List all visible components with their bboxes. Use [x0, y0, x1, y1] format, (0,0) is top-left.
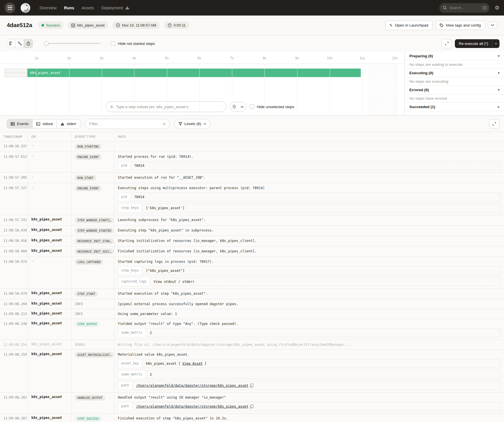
op-cell: -	[28, 173, 71, 183]
gantt-section: k8s_pipes_asset ✳ Hide unselected steps …	[0, 52, 504, 116]
hamburger-menu-button[interactable]	[5, 3, 15, 13]
timestamp-cell: 11:08:57.327	[0, 183, 28, 215]
axis-tick-label: 12s	[392, 56, 397, 60]
nav-item-overview[interactable]: Overview	[40, 6, 57, 10]
run-actions-dropdown-button[interactable]	[488, 22, 497, 29]
log-row[interactable]: 11:09:08.248k8s_pipes_assetSTEP_OUTPUTYi…	[0, 319, 504, 340]
event-type-cell: STEP_SUCCESS	[71, 414, 114, 422]
log-filter-input[interactable]	[89, 122, 162, 126]
levels-dropdown[interactable]: Levels (6)	[174, 119, 210, 129]
gantt-step-bar[interactable]: k8s_pipes_asset	[27, 69, 361, 77]
view-tags-config-button[interactable]: View tags and config	[435, 21, 485, 30]
log-row[interactable]: 11:08:57.327-ENGINE_EVENTExecuting steps…	[0, 183, 504, 215]
log-row[interactable]: 11:09:08.282k8s_pipes_assetHANDLED_OUTPU…	[0, 392, 504, 413]
log-fullscreen-button[interactable]	[489, 119, 499, 128]
metadata-value: View stdout / stderr	[150, 277, 500, 286]
status-section-succeeded[interactable]: Succeeded (1)▸	[405, 102, 504, 111]
log-row[interactable]: 11:08:57.331k8s_pipes_assetSTEP_WORKER_S…	[0, 215, 504, 225]
metadata-key: pid	[118, 161, 131, 170]
clear-filter-icon[interactable]: ⊗	[162, 121, 166, 126]
metadata-text: ]	[204, 361, 206, 366]
info-text: Yielded output "result" of type "Any". (…	[118, 321, 501, 326]
log-row[interactable]: 11:08:57.012-ENGINE_EVENTStarted process…	[0, 152, 504, 172]
log-row[interactable]: 11:08:58.056k8s_pipes_assetRESOURCE_INIT…	[0, 236, 504, 246]
info-cell: Materialized value k8s_pipes_asset.asset…	[114, 350, 504, 392]
search-input[interactable]: Search... /	[439, 3, 490, 13]
log-row[interactable]: 11:09:08.259k8s_pipes_assetASSET_MATERIA…	[0, 349, 504, 392]
gantt-zoom-slider[interactable]	[44, 41, 101, 46]
step-subset-input[interactable]	[116, 105, 222, 109]
open-in-launchpad-button[interactable]: ✎ Open in Launchpad	[385, 21, 432, 30]
graph-layers-button[interactable]	[230, 102, 238, 111]
log-row[interactable]: 11:09:08.254k8s_pipes_assetDEBUGWriting …	[0, 340, 504, 349]
log-row[interactable]: 11:09:08.287k8s_pipes_assetSTEP_SUCCESSF…	[0, 413, 504, 422]
view-mode-flat-button[interactable]	[7, 39, 16, 48]
axis-gridline	[102, 64, 102, 115]
metadata-value: 78914	[131, 161, 500, 170]
axis-tick-label: 3s	[100, 56, 104, 60]
timestamp-cell: 11:08:56.337	[0, 141, 28, 152]
nav-item-runs[interactable]: Runs	[64, 6, 74, 10]
log-row[interactable]: 11:08:57.305-RUN_STARTStarted execution …	[0, 172, 504, 183]
dagster-logo[interactable]	[20, 3, 31, 13]
info-cell: Yielded output "result" of type "Any". (…	[114, 319, 504, 340]
log-row[interactable]: 11:08:56.337-RUN_STARTING	[0, 141, 504, 152]
collapse-toolbar-button[interactable]	[238, 102, 246, 111]
gantt-step-waiting-box	[5, 69, 27, 77]
metadata-entry: some_metric2	[118, 370, 501, 379]
log-row[interactable]: 11:08:58.074-LOGS_CAPTUREDStarted captur…	[0, 257, 504, 288]
log-row[interactable]: 11:08:58.060k8s_pipes_assetRESOURCE_INIT…	[0, 246, 504, 257]
copy-icon[interactable]	[250, 404, 253, 408]
metadata-text: k8s_pipes_asset [	[146, 361, 181, 366]
nav-item-assets[interactable]: Assets	[82, 6, 94, 10]
status-section-title: Preparing (0)	[409, 54, 433, 58]
view-mode-waterfall-button[interactable]	[16, 39, 24, 48]
run-id: 4dae512a	[7, 22, 32, 29]
status-section-preparing[interactable]: Preparing (0)▾	[405, 52, 504, 60]
log-row[interactable]: 11:09:08.204k8s_pipes_assetINFO[pipes] e…	[0, 299, 504, 309]
table-icon	[11, 122, 15, 126]
log-row[interactable]: 11:09:08.213k8s_pipes_assetINFOUsing som…	[0, 309, 504, 319]
op-cell: k8s_pipes_asset	[28, 226, 71, 236]
chevron-down-icon: ▾	[498, 88, 499, 92]
log-row[interactable]: 11:08:58.079k8s_pipes_assetSTEP_STARTSta…	[0, 288, 504, 299]
info-text: Started execution of run for "__ASSET_JO…	[118, 175, 501, 180]
gantt-chart[interactable]: k8s_pipes_asset ✳ Hide unselected steps …	[0, 52, 405, 115]
checkbox-box[interactable]	[111, 41, 115, 46]
info-text: Handled output "result" using IO manager…	[118, 395, 501, 400]
tab-stderr[interactable]: stderr	[57, 119, 80, 128]
slider-knob[interactable]	[44, 41, 49, 46]
checkbox-box[interactable]	[250, 104, 254, 109]
tab-events[interactable]: Events	[7, 119, 32, 128]
table-rows: 11:08:56.337-RUN_STARTING11:08:57.012-EN…	[0, 141, 504, 422]
status-section-executing[interactable]: Executing (0)▾	[405, 69, 504, 77]
copy-icon[interactable]	[250, 384, 253, 388]
metadata-value: ['k8s_pipes_asset']	[142, 204, 500, 212]
metadata-value: k8s_pipes_asset [View Asset]	[142, 359, 500, 368]
axis-tick-label: 11s	[360, 56, 365, 60]
tag-icon	[440, 23, 444, 27]
reexecute-dropdown-caret[interactable]: ▾	[492, 39, 499, 48]
info-cell: Started execution of run for "__ASSET_JO…	[114, 173, 504, 183]
job-name-badge[interactable]: k8s_pipes_asset	[68, 21, 108, 29]
view-mode-timed-button[interactable]	[24, 39, 32, 48]
tab-stdout[interactable]: stdout	[32, 119, 57, 128]
log-row[interactable]: 11:08:58.039k8s_pipes_assetSTEP_WORKER_S…	[0, 225, 504, 236]
info-text: Using some_parameter value: 1	[118, 311, 501, 316]
hide-unselected-checkbox[interactable]: Hide unselected steps	[250, 104, 294, 109]
reexecute-all-button[interactable]: Re-execute all (*) ▾	[455, 39, 499, 48]
hide-not-started-checkbox[interactable]: Hide not started steps	[111, 41, 155, 46]
axis-tick-label: 2s	[67, 56, 71, 60]
gantt-fullscreen-button[interactable]	[442, 39, 452, 48]
timestamp-cell: 11:08:57.012	[0, 152, 28, 172]
nav-item-deployment[interactable]: Deployment	[101, 6, 129, 10]
metadata-link[interactable]: /Users/alangenfeld/data/dagster/storage/…	[136, 404, 248, 409]
settings-gear-icon[interactable]: ⚙	[495, 5, 499, 10]
metadata-link[interactable]: /Users/alangenfeld/data/dagster/storage/…	[136, 383, 248, 388]
metadata-entry: asset_keyk8s_pipes_asset [View Asset]	[118, 359, 501, 368]
status-section-errored[interactable]: Errored (0)▾	[405, 86, 504, 94]
metadata-link[interactable]: View Asset	[182, 361, 203, 366]
axis-tick-label: 10s	[327, 56, 332, 60]
info-text: Executing step "k8s_pipes_asset" in subp…	[118, 228, 501, 233]
info-text: Finished execution of step "k8s_pipes_as…	[118, 416, 501, 421]
